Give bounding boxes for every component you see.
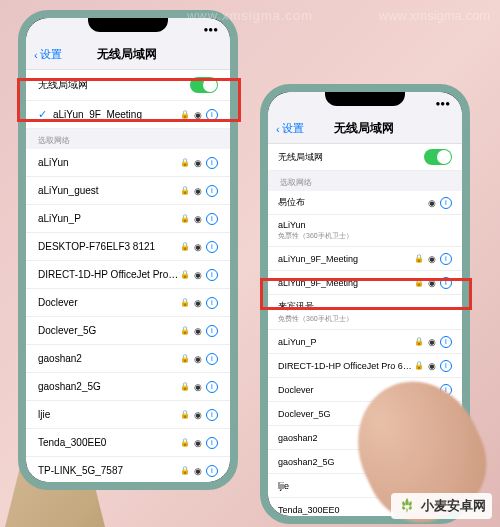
wifi-toggle-label: 无线局域网: [38, 78, 190, 92]
wifi-icon: ◉: [194, 186, 202, 196]
network-row[interactable]: TP-LINK_5G_7587🔒◉i: [26, 457, 230, 482]
lock-icon: 🔒: [414, 254, 424, 263]
info-icon[interactable]: i: [206, 109, 218, 121]
network-row[interactable]: 来宾讯号免费性（360手机卫士）: [268, 295, 462, 330]
wifi-toggle-label: 无线局域网: [278, 151, 424, 164]
network-row[interactable]: DIRECT-1D-HP OfficeJet Pro 6960🔒◉i: [268, 354, 462, 378]
network-row-highlighted[interactable]: aLiYun_9F_Meeting🔒◉i: [268, 271, 462, 295]
wifi-icon: ◉: [194, 326, 202, 336]
wifi-icon: ◉: [194, 410, 202, 420]
lock-icon: 🔒: [180, 110, 190, 119]
info-icon[interactable]: i: [440, 360, 452, 372]
wifi-icon: ◉: [194, 382, 202, 392]
info-icon[interactable]: i: [440, 253, 452, 265]
site-logo: 小麦安卓网: [391, 493, 492, 519]
notch: [325, 92, 405, 106]
watermark-center: www.xmsigma.com: [187, 8, 313, 23]
wifi-icon: ◉: [194, 354, 202, 364]
status-icons: ●●●: [204, 25, 219, 34]
lock-icon: 🔒: [180, 410, 190, 419]
network-row[interactable]: aLiYun_9F_Meeting🔒◉i: [268, 247, 462, 271]
wifi-icon: ◉: [194, 270, 202, 280]
nav-bar: ‹ 设置 无线局域网: [268, 114, 462, 144]
info-icon[interactable]: i: [206, 157, 218, 169]
status-icons: ●●●: [436, 99, 451, 108]
network-row[interactable]: 易位布◉i: [268, 191, 462, 215]
info-icon[interactable]: i: [206, 381, 218, 393]
wifi-toggle-switch[interactable]: [190, 77, 218, 93]
page-title: 无线局域网: [274, 120, 454, 137]
wifi-icon: ◉: [194, 438, 202, 448]
network-row[interactable]: aLiYun_P🔒◉i: [26, 205, 230, 233]
info-icon[interactable]: i: [206, 185, 218, 197]
wifi-toggle-section: 无线局域网 ✓ aLiYun_9F_Meeting 🔒 ◉ i: [26, 70, 230, 129]
network-row[interactable]: aLiYun_P🔒◉i: [268, 330, 462, 354]
wifi-icon: ◉: [428, 254, 436, 264]
info-icon[interactable]: i: [440, 197, 452, 209]
info-icon[interactable]: i: [206, 213, 218, 225]
lock-icon: 🔒: [180, 214, 190, 223]
lock-icon: 🔒: [180, 326, 190, 335]
wifi-icon: ◉: [194, 242, 202, 252]
network-row[interactable]: DIRECT-1D-HP OfficeJet Pro 6960🔒◉i: [26, 261, 230, 289]
lock-icon: 🔒: [414, 278, 424, 287]
lock-icon: 🔒: [180, 270, 190, 279]
lock-icon: 🔒: [180, 438, 190, 447]
wifi-icon: ◉: [428, 361, 436, 371]
network-row[interactable]: aLiYun_guest🔒◉i: [26, 177, 230, 205]
networks-list: aLiYun🔒◉i aLiYun_guest🔒◉i aLiYun_P🔒◉i DE…: [26, 149, 230, 482]
network-row[interactable]: DESKTOP-F76ELF3 8121🔒◉i: [26, 233, 230, 261]
lock-icon: 🔒: [180, 158, 190, 167]
wifi-icon: ◉: [428, 198, 436, 208]
wifi-icon: ◉: [428, 278, 436, 288]
wifi-toggle-section: 无线局域网: [268, 144, 462, 171]
network-row[interactable]: ljie🔒◉i: [26, 401, 230, 429]
info-icon[interactable]: i: [206, 465, 218, 477]
info-icon[interactable]: i: [206, 409, 218, 421]
connected-network-name: aLiYun_9F_Meeting: [53, 109, 180, 120]
watermark-right: www.xmsigma.com: [379, 8, 490, 23]
connected-network-row[interactable]: ✓ aLiYun_9F_Meeting 🔒 ◉ i: [26, 101, 230, 129]
network-row[interactable]: gaoshan2🔒◉i: [26, 345, 230, 373]
wifi-toggle-row[interactable]: 无线局域网: [268, 144, 462, 171]
lock-icon: 🔒: [180, 242, 190, 251]
checkmark-icon: ✓: [38, 108, 47, 121]
lock-icon: 🔒: [414, 337, 424, 346]
nav-bar: ‹ 设置 无线局域网: [26, 40, 230, 70]
lock-icon: 🔒: [180, 466, 190, 475]
networks-header: 选取网络: [26, 129, 230, 149]
networks-header: 选取网络: [268, 171, 462, 191]
lock-icon: 🔒: [180, 186, 190, 195]
network-row[interactable]: aLiYun免票性（360手机卫士）: [268, 215, 462, 247]
info-icon[interactable]: i: [206, 353, 218, 365]
info-icon[interactable]: i: [206, 269, 218, 281]
info-icon[interactable]: i: [206, 437, 218, 449]
wifi-icon: ◉: [194, 214, 202, 224]
screen-left: ●●● ‹ 设置 无线局域网 无线局域网 ✓ aLiYun_9F_Meeting…: [26, 18, 230, 482]
info-icon[interactable]: i: [206, 241, 218, 253]
network-row[interactable]: aLiYun🔒◉i: [26, 149, 230, 177]
lock-icon: 🔒: [180, 354, 190, 363]
logo-text: 小麦安卓网: [421, 497, 486, 515]
phone-left: ●●● ‹ 设置 无线局域网 无线局域网 ✓ aLiYun_9F_Meeting…: [18, 10, 238, 490]
info-icon[interactable]: i: [206, 297, 218, 309]
lock-icon: 🔒: [180, 298, 190, 307]
network-row[interactable]: Doclever_5G🔒◉i: [26, 317, 230, 345]
wifi-icon: ◉: [194, 298, 202, 308]
network-row[interactable]: gaoshan2_5G🔒◉i: [26, 373, 230, 401]
wifi-icon: ◉: [194, 110, 202, 120]
network-row[interactable]: Doclever🔒◉i: [26, 289, 230, 317]
wifi-icon: ◉: [428, 337, 436, 347]
info-icon[interactable]: i: [440, 277, 452, 289]
lock-icon: 🔒: [180, 382, 190, 391]
network-icons: 🔒 ◉ i: [180, 109, 218, 121]
wifi-icon: ◉: [194, 158, 202, 168]
wifi-toggle-switch[interactable]: [424, 149, 452, 165]
info-icon[interactable]: i: [440, 336, 452, 348]
info-icon[interactable]: i: [206, 325, 218, 337]
wifi-icon: ◉: [194, 466, 202, 476]
wifi-toggle-row[interactable]: 无线局域网: [26, 70, 230, 101]
page-title: 无线局域网: [32, 46, 222, 63]
network-row[interactable]: Tenda_300EE0🔒◉i: [26, 429, 230, 457]
lock-icon: 🔒: [414, 361, 424, 370]
